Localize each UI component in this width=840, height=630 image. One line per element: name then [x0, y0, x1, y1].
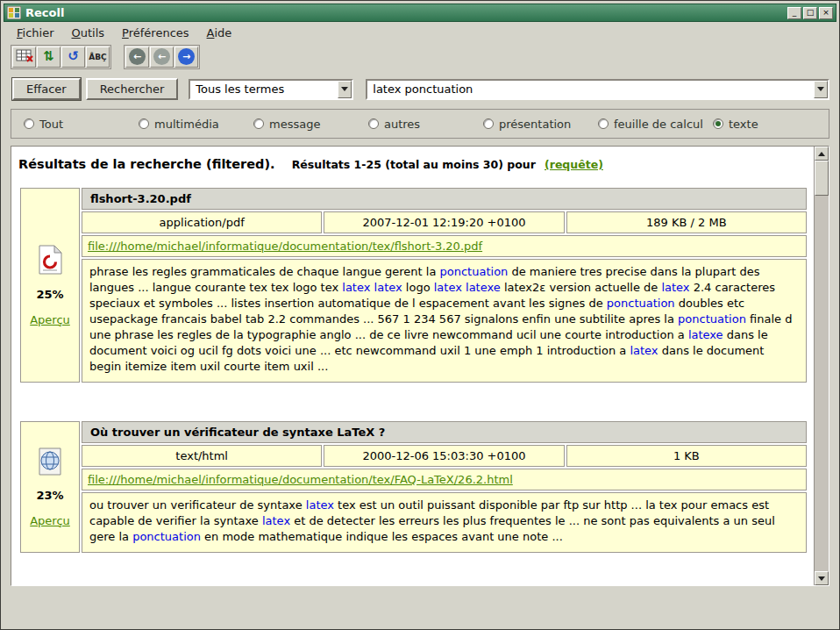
toolbar: ⇅ ↺ ÂBÇ ← ← →	[4, 43, 836, 70]
radio-indicator[interactable]	[598, 118, 609, 129]
clear-search-tool-button[interactable]	[12, 47, 36, 68]
result-mime: application/pdf	[82, 211, 322, 233]
query-detail-link[interactable]: (requête)	[545, 158, 603, 171]
menu-fichier-label: ichier	[23, 26, 54, 39]
scrollbar-thumb[interactable]	[815, 161, 829, 196]
result-url-cell: file:///home/michael/informatique/docume…	[82, 469, 807, 490]
window-bottom-strip	[4, 586, 836, 626]
menubar: Fichier Outils Préférences Aide	[4, 22, 836, 43]
result-size: 189 KB / 2 MB	[566, 211, 807, 233]
filter-texte[interactable]: texte	[713, 118, 758, 131]
html-file-icon	[37, 465, 63, 478]
scroll-down-button[interactable]	[815, 571, 829, 585]
result-mime: text/html	[82, 445, 322, 467]
result-url-cell: file:///home/michael/informatique/docume…	[82, 235, 807, 257]
search-mode-dropdown-icon[interactable]	[338, 81, 352, 98]
clear-button[interactable]: Effacer	[12, 78, 81, 100]
result-entry: 25% Aperçu flshort-3.20.pdf application/…	[18, 186, 808, 384]
prev-page-icon: ←	[153, 48, 170, 65]
radio-indicator[interactable]	[24, 118, 34, 129]
toolbar-main-group: ⇅ ↺ ÂBÇ	[11, 45, 111, 69]
search-button[interactable]: Rechercher	[86, 78, 179, 100]
relevance-percent: 23%	[23, 489, 77, 502]
radio-indicator[interactable]	[139, 118, 149, 129]
results-summary: Résultats 1-25 (total au moins 30) pour	[292, 158, 536, 171]
results-frame: Résultats de la recherche (filtered). Ré…	[11, 146, 829, 586]
recoll-app-icon	[7, 6, 21, 19]
query-combobox[interactable]: latex ponctuation	[366, 79, 829, 100]
result-size: 1 KB	[566, 445, 807, 467]
filter-tout-label: Tout	[39, 118, 63, 131]
term-explorer-tool-button[interactable]: ÂBÇ	[86, 47, 110, 68]
next-page-icon: →	[178, 48, 195, 65]
result-abstract: phrase les regles grammaticales de chaqu…	[82, 259, 807, 383]
menu-aide-label: ide	[214, 26, 231, 39]
scroll-up-button[interactable]	[815, 147, 829, 161]
filter-multimedia[interactable]: multimédia	[139, 118, 253, 131]
first-page-button[interactable]: ←	[125, 47, 149, 68]
toolbar-nav-group: ← ← →	[124, 45, 200, 69]
result-side-cell: 23% Aperçu	[20, 421, 80, 553]
results-scrollbar[interactable]	[814, 147, 829, 585]
menu-outils[interactable]: Outils	[64, 24, 113, 42]
history-tool-button[interactable]: ↺	[61, 47, 85, 68]
search-mode-value: Tous les termes	[190, 82, 338, 96]
filter-feuille-de-calcul[interactable]: feuille de calcul	[598, 118, 713, 131]
radio-indicator[interactable]	[253, 118, 264, 129]
update-index-tool-button[interactable]: ⇅	[37, 47, 61, 68]
menu-aide[interactable]: Aide	[199, 24, 240, 42]
term-explorer-icon: ÂBÇ	[89, 53, 106, 61]
scrollbar-track[interactable]	[815, 196, 829, 571]
menu-preferences-label: références	[129, 26, 189, 39]
window-title: Recoll	[25, 6, 787, 19]
results-title: Résultats de la recherche (filtered).	[18, 157, 275, 171]
result-abstract: ou trouver un verificateur de syntaxe la…	[82, 492, 807, 553]
first-page-icon: ←	[129, 48, 146, 65]
filter-multimedia-label: multimédia	[154, 118, 219, 131]
query-value: latex ponctuation	[367, 82, 814, 96]
results-header: Résultats de la recherche (filtered). Ré…	[11, 152, 814, 177]
menu-outils-mnemonic: O	[72, 26, 81, 39]
result-title: Où trouver un vérificateur de syntaxe La…	[82, 421, 807, 443]
close-button[interactable]: ×	[819, 7, 833, 19]
filetype-filter-bar: Tout multimédia message autres présentat…	[11, 109, 829, 139]
radio-indicator[interactable]	[483, 118, 494, 129]
menu-preferences[interactable]: Préférences	[114, 24, 196, 42]
radio-indicator[interactable]	[713, 118, 723, 129]
update-index-icon: ⇅	[43, 50, 54, 63]
arrow-down-icon	[818, 576, 825, 581]
filter-presentation[interactable]: présentation	[483, 118, 598, 131]
titlebar[interactable]: Recoll _ □ ×	[4, 4, 836, 22]
result-side-cell: 25% Aperçu	[20, 188, 80, 383]
arrow-up-icon	[818, 152, 825, 156]
preview-link[interactable]: Aperçu	[30, 313, 70, 326]
filter-autres-label: autres	[384, 118, 420, 131]
relevance-percent: 25%	[23, 288, 77, 301]
result-url-link[interactable]: file:///home/michael/informatique/docume…	[88, 240, 482, 253]
result-title: flshort-3.20.pdf	[82, 188, 807, 210]
clear-search-icon	[16, 48, 33, 66]
results-area[interactable]: Résultats de la recherche (filtered). Ré…	[11, 147, 814, 585]
filter-tout[interactable]: Tout	[24, 118, 139, 131]
filter-presentation-label: présentation	[499, 118, 571, 131]
result-entry: 23% Aperçu Où trouver un vérificateur de…	[18, 419, 808, 555]
search-bar: Effacer Rechercher Tous les termes latex…	[12, 77, 829, 101]
pdf-file-icon	[37, 264, 63, 277]
next-page-button[interactable]: →	[174, 47, 198, 68]
result-date: 2000-12-06 15:03:30 +0100	[324, 445, 564, 467]
recoll-window: Recoll _ □ × Fichier Outils Préférences …	[0, 0, 840, 630]
maximize-button[interactable]: □	[803, 7, 817, 19]
minimize-button[interactable]: _	[787, 7, 801, 19]
radio-indicator[interactable]	[368, 118, 379, 129]
prev-page-button[interactable]: ←	[150, 47, 174, 68]
search-mode-combobox[interactable]: Tous les termes	[189, 79, 353, 100]
query-dropdown-icon[interactable]	[814, 81, 828, 98]
filter-autres[interactable]: autres	[368, 118, 483, 131]
filter-message-label: message	[269, 118, 320, 131]
filter-message[interactable]: message	[253, 118, 368, 131]
menu-fichier[interactable]: Fichier	[9, 24, 62, 42]
preview-link[interactable]: Aperçu	[30, 514, 70, 527]
result-url-link[interactable]: file:///home/michael/informatique/docume…	[88, 473, 513, 486]
filter-feuille-label: feuille de calcul	[614, 118, 703, 131]
filter-texte-label: texte	[729, 118, 758, 131]
